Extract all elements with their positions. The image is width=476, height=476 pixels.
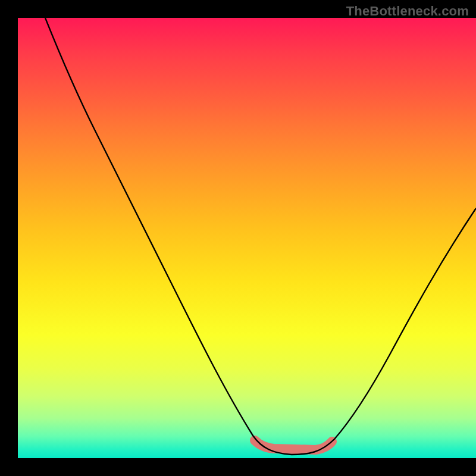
curve-svg (18, 18, 476, 458)
plot-area (18, 18, 476, 458)
chart-container: TheBottleneck.com (0, 0, 476, 476)
bottleneck-curve (45, 18, 476, 455)
watermark-text: TheBottleneck.com (346, 4, 469, 19)
